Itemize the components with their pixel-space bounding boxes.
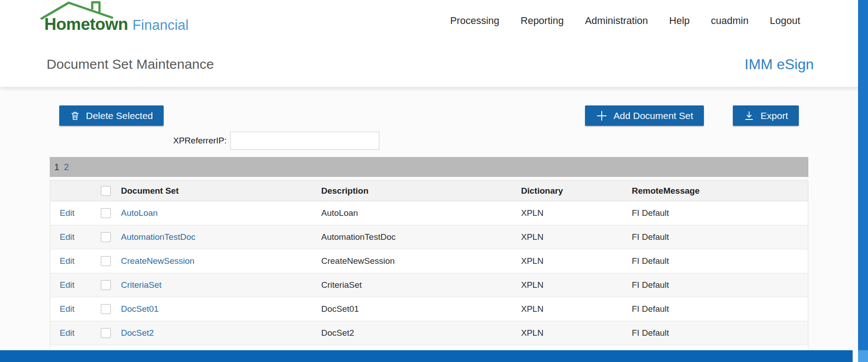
- description-cell: CriteriaSet: [321, 273, 521, 297]
- delete-selected-label: Delete Selected: [86, 110, 153, 121]
- nav-item-logout[interactable]: Logout: [770, 15, 800, 27]
- row-checkbox[interactable]: [101, 256, 111, 266]
- remotemessage-cell: FI Default: [632, 201, 808, 225]
- page-number-1[interactable]: 1: [54, 162, 59, 172]
- plus-icon: [596, 110, 608, 122]
- export-label: Export: [760, 110, 788, 121]
- column-header-remotemessage: RemoteMessage: [632, 181, 808, 201]
- toolbar: Delete Selected Add Document Set Export: [59, 105, 799, 126]
- table-row: Edit AutomationTestDoc AutomationTestDoc…: [50, 225, 808, 249]
- table-row: Edit DocSet2 DocSet2 XPLN FI Default: [50, 321, 808, 345]
- table-header: Document Set Description Dictionary Remo…: [50, 181, 808, 201]
- logo-secondary-text: Financial: [132, 17, 189, 33]
- delete-selected-button[interactable]: Delete Selected: [59, 105, 164, 126]
- document-set-link[interactable]: AutomationTestDoc: [121, 232, 196, 242]
- row-checkbox[interactable]: [101, 280, 111, 290]
- row-checkbox[interactable]: [101, 304, 111, 314]
- nav-item-administration[interactable]: Administration: [585, 15, 648, 27]
- edit-link[interactable]: Edit: [60, 280, 75, 290]
- description-cell: CreateNewSession: [321, 249, 521, 273]
- select-all-checkbox[interactable]: [101, 186, 111, 196]
- description-cell: DocSet2: [321, 321, 521, 345]
- page-title: Document Set Maintenance: [47, 57, 214, 72]
- table-row: Edit DocSet01 DocSet01 XPLN FI Default: [50, 297, 808, 321]
- edit-link[interactable]: Edit: [60, 304, 75, 314]
- export-button[interactable]: Export: [733, 105, 799, 126]
- add-document-set-label: Add Document Set: [613, 110, 693, 121]
- edit-link[interactable]: Edit: [60, 256, 75, 266]
- dictionary-cell: XPLN: [521, 273, 632, 297]
- edit-link[interactable]: Edit: [60, 208, 75, 218]
- edit-column-header: [50, 181, 91, 201]
- document-set-link[interactable]: AutoLoan: [121, 208, 158, 218]
- export-download-icon: [744, 110, 755, 121]
- xpreferrerip-label: XPReferrerIP:: [173, 136, 226, 146]
- trash-icon: [70, 111, 80, 121]
- scrollbar-thumb[interactable]: [858, 350, 868, 362]
- nav-item-help[interactable]: Help: [669, 15, 689, 27]
- document-set-table: Document Set Description Dictionary Remo…: [50, 180, 808, 345]
- product-name: IMM eSign: [745, 56, 814, 73]
- document-set-link[interactable]: DocSet01: [121, 304, 159, 314]
- xpreferrerip-input[interactable]: [230, 132, 379, 150]
- add-document-set-button[interactable]: Add Document Set: [585, 105, 704, 126]
- column-header-dictionary: Dictionary: [521, 181, 632, 201]
- topbar: Hometown Financial Processing Reporting …: [0, 0, 868, 42]
- pagination: 1 2: [50, 157, 808, 177]
- column-header-document-set: Document Set: [121, 181, 321, 201]
- dictionary-cell: XPLN: [521, 249, 632, 273]
- dictionary-cell: XPLN: [521, 321, 632, 345]
- row-checkbox[interactable]: [101, 208, 111, 218]
- dictionary-cell: XPLN: [521, 201, 632, 225]
- nav-item-cuadmin[interactable]: cuadmin: [711, 15, 749, 27]
- remotemessage-cell: FI Default: [632, 225, 808, 249]
- select-all-header: [91, 181, 121, 201]
- description-cell: AutoLoan: [321, 201, 521, 225]
- table-body: Edit AutoLoan AutoLoan XPLN FI Default E…: [50, 201, 808, 345]
- table-row: Edit CriteriaSet CriteriaSet XPLN FI Def…: [50, 273, 808, 297]
- row-checkbox[interactable]: [101, 328, 111, 338]
- top-nav: Processing Reporting Administration Help…: [450, 15, 800, 27]
- table-row: Edit CreateNewSession CreateNewSession X…: [50, 249, 808, 273]
- nav-item-processing[interactable]: Processing: [450, 15, 500, 27]
- dictionary-cell: XPLN: [521, 297, 632, 321]
- description-cell: AutomationTestDoc: [321, 225, 521, 249]
- remotemessage-cell: FI Default: [632, 297, 808, 321]
- page-header: Document Set Maintenance IMM eSign: [0, 42, 868, 87]
- logo[interactable]: Hometown Financial: [44, 15, 189, 34]
- edit-link[interactable]: Edit: [60, 232, 75, 242]
- remotemessage-cell: FI Default: [632, 249, 808, 273]
- page-number-2[interactable]: 2: [64, 162, 69, 172]
- footer-bar: [0, 350, 853, 362]
- dictionary-cell: XPLN: [521, 225, 632, 249]
- document-set-link[interactable]: DocSet2: [121, 328, 154, 338]
- main-content: Delete Selected Add Document Set Export …: [0, 87, 858, 362]
- filter-row: XPReferrerIP:: [0, 132, 858, 150]
- scrollbar[interactable]: [858, 0, 868, 362]
- document-set-link[interactable]: CriteriaSet: [121, 280, 162, 290]
- edit-link[interactable]: Edit: [60, 328, 75, 338]
- row-checkbox[interactable]: [101, 232, 111, 242]
- remotemessage-cell: FI Default: [632, 273, 808, 297]
- logo-house-icon: [40, 0, 120, 20]
- remotemessage-cell: FI Default: [632, 321, 808, 345]
- column-header-description: Description: [321, 181, 521, 201]
- document-set-link[interactable]: CreateNewSession: [121, 256, 195, 266]
- table-row: Edit AutoLoan AutoLoan XPLN FI Default: [50, 201, 808, 225]
- nav-item-reporting[interactable]: Reporting: [521, 15, 564, 27]
- description-cell: DocSet01: [321, 297, 521, 321]
